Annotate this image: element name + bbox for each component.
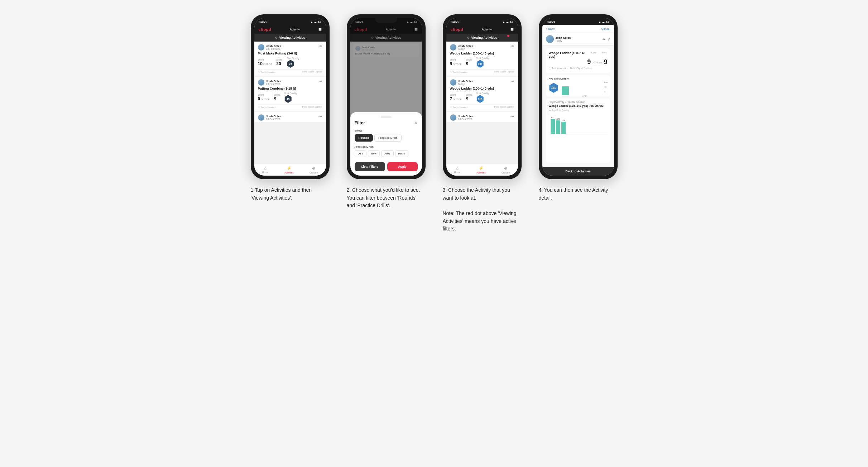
score-stat-1-1: Score 10 OUT OF (258, 58, 272, 66)
bar-chart: 132 129 124 (549, 113, 608, 134)
card-stats-1-1: Score 10 OUT OF Shots 20 (258, 57, 322, 68)
status-time-1: 13:20 (259, 20, 268, 24)
filter-close-icon[interactable]: ✕ (414, 120, 418, 125)
nav-capture-3[interactable]: ⊕ Capture (502, 166, 510, 174)
sq-section: Avg Shot Quality 130 130 100 50 0 (546, 75, 610, 96)
card-header-1-2: Josh Coles 28 Feb 2023 ••• (258, 79, 322, 86)
activities-label-1: Activities (284, 171, 294, 174)
activity-card-1-2[interactable]: Josh Coles 28 Feb 2023 ••• Putting Combi… (254, 77, 326, 111)
user-date-1-1: 28 Feb 2023 (266, 48, 282, 50)
viewing-banner-1[interactable]: ⚙ Viewing Activities (254, 34, 326, 42)
card-title-1-1: Must Make Putting (3-6 ft) (258, 52, 322, 55)
card-user-1-1: Josh Coles 28 Feb 2023 (258, 44, 282, 51)
user-name-1-2: Josh Coles (266, 80, 282, 83)
avatar-1-1 (258, 44, 264, 51)
score-big: 9 (587, 58, 591, 66)
card-title-1-2: Putting Combine (3-15 ft) (258, 87, 322, 90)
filter-tab-drills[interactable]: Practice Drills (374, 134, 401, 142)
drill-btn-arg[interactable]: ARG (381, 150, 394, 157)
shots-value-1-1: 20 (276, 61, 282, 66)
user-info-1-1: Josh Coles 28 Feb 2023 (266, 44, 282, 50)
card-footer-1-1: ⓘ Test Information Data: Clippd Capture (258, 69, 322, 74)
caption-4: 4. You can then see the Activity detail. (539, 186, 618, 202)
status-time-3: 13:20 (451, 20, 460, 24)
phone-1-col: 13:20 ▲ ☁ 44 clippd Activity ☰ ⚙ Viewing… (247, 14, 333, 202)
phone-2-screen: 13:21 ▲ ☁ 44 clippd Activity ☰ ⚙ Viewing… (350, 18, 422, 176)
nav-capture-1[interactable]: ⊕ Capture (310, 166, 318, 174)
sq-badge-1-1: 75 (287, 60, 294, 68)
back-button[interactable]: < Back (546, 27, 555, 30)
drill-btn-app[interactable]: APP (368, 150, 380, 157)
dots-menu-1-2[interactable]: ••• (318, 79, 322, 83)
bar-2: 129 (556, 118, 560, 134)
footer-left-1-1: ⓘ Test Information (258, 71, 276, 74)
phone-1-screen: 13:20 ▲ ☁ 44 clippd Activity ☰ ⚙ Viewing… (254, 18, 326, 176)
filter-tab-rounds[interactable]: Rounds (355, 134, 373, 142)
status-time-4: 13:21 (547, 20, 556, 24)
avatar-1-2 (258, 79, 264, 86)
footer-right-1-1: Data: Clippd Capture (302, 71, 322, 74)
red-dot-3 (507, 35, 509, 37)
user-date-1-2: 28 Feb 2023 (266, 83, 282, 85)
user-info-1-2: Josh Coles 28 Feb 2023 (266, 80, 282, 85)
score-section: Wedge Ladder (100–140 yds) Score Shots (546, 48, 610, 73)
detail-user-row: Josh Coles Today ✏ ⤢ (542, 33, 614, 46)
sq-stat-1-2: Shot Quality 45 (284, 92, 297, 103)
phones-row: 13:20 ▲ ☁ 44 clippd Activity ☰ ⚙ Viewing… (247, 14, 621, 233)
detail-info: ⓘ Test Information Data: Clippd Capture (549, 67, 608, 70)
app-header-1: clippd Activity ☰ (254, 25, 326, 34)
activity-card-3-3[interactable]: Josh Coles 28 Feb 2023 ••• (446, 112, 518, 122)
sq-hex-4: 130 (549, 83, 559, 93)
nav-activities-3[interactable]: ⚡ Activities (476, 166, 486, 174)
capture-label-1: Capture (310, 171, 318, 174)
phone-3-screen: 13:20 ▲ ☁ 44 clippd Activity ☰ ⚙ Viewing… (446, 18, 518, 176)
nav-home-1[interactable]: ⌂ Home (262, 166, 268, 174)
notch-2 (375, 18, 397, 23)
drill-btn-ott[interactable]: OTT (355, 150, 366, 157)
back-to-activities-button[interactable]: Back to Activities (542, 167, 614, 176)
app-logo-1: clippd (259, 27, 271, 32)
shots-big: 9 (604, 58, 607, 66)
bar-3: 124 (561, 119, 566, 134)
viewing-banner-3[interactable]: ⚙ Viewing Activities (446, 34, 518, 42)
score-stat-1-2: Score 0 OUT OF (258, 94, 270, 101)
nav-home-3[interactable]: ⌂ Home (454, 166, 460, 174)
bottom-nav-3: ⌂ Home ⚡ Activities ⊕ Capture (446, 164, 518, 176)
cancel-button[interactable]: Cancel (601, 27, 610, 30)
activity-card-3-2[interactable]: Josh Coles Today ••• Wedge Ladder (100–1… (446, 77, 518, 111)
filter-handle (381, 116, 392, 118)
clear-filters-button[interactable]: Clear Filters (355, 162, 385, 171)
shots-stat-1-2: Shots 9 (274, 94, 280, 101)
menu-icon-1[interactable]: ☰ (318, 28, 322, 32)
activity-card-1-1[interactable]: Josh Coles 28 Feb 2023 ••• Must Make Put… (254, 42, 326, 76)
activities-icon-1: ⚡ (287, 166, 292, 171)
dots-menu-1-1[interactable]: ••• (318, 44, 322, 48)
detail-header-4: < Back Cancel (542, 25, 614, 33)
edit-icon[interactable]: ✏ (603, 37, 605, 41)
phone-4-col: 13:21 ▲ ☁ 44 < Back Cancel Josh Coles To… (535, 14, 621, 202)
menu-icon-3[interactable]: ☰ (510, 28, 514, 32)
activity-card-1-3[interactable]: Josh Coles 28 Feb 2023 ••• (254, 112, 326, 122)
sq-badge-3-1: 130 (476, 60, 484, 68)
phone-3: 13:20 ▲ ☁ 44 clippd Activity ☰ ⚙ Viewing… (443, 14, 522, 179)
home-icon-1: ⌂ (264, 166, 267, 170)
apply-button[interactable]: Apply (387, 162, 418, 171)
drill-name: Wedge Ladder (100–140 yds) (549, 51, 590, 58)
filter-title: Filter (355, 120, 365, 125)
nav-activities-1[interactable]: ⚡ Activities (284, 166, 294, 174)
app-title-1: Activity (289, 28, 300, 31)
caption-3: 3. Choose the Activity that you want to … (443, 186, 522, 233)
filter-sheet: Filter ✕ Show Rounds Practice Drills Pra… (350, 112, 422, 176)
drill-btn-putt[interactable]: PUTT (395, 150, 409, 157)
viewing-banner-text-3: Viewing Activities (471, 36, 497, 39)
expand-icon[interactable]: ⤢ (608, 37, 610, 41)
app-title-3: Activity (481, 28, 492, 31)
activity-list-3: Josh Coles Today ••• Wedge Ladder (100–1… (446, 42, 518, 164)
bar-1: 132 (551, 116, 555, 134)
caption-1: 1.Tap on Activities and then 'Viewing Ac… (251, 186, 330, 202)
sq-chart: 130 100 50 0 APP (562, 81, 608, 94)
filter-drill-buttons: OTT APP ARG PUTT (355, 150, 418, 157)
activity-card-3-1[interactable]: Josh Coles Today ••• Wedge Ladder (100–1… (446, 42, 518, 76)
filter-drills-label: Practice Drills (355, 145, 418, 148)
capture-icon-1: ⊕ (312, 166, 315, 171)
